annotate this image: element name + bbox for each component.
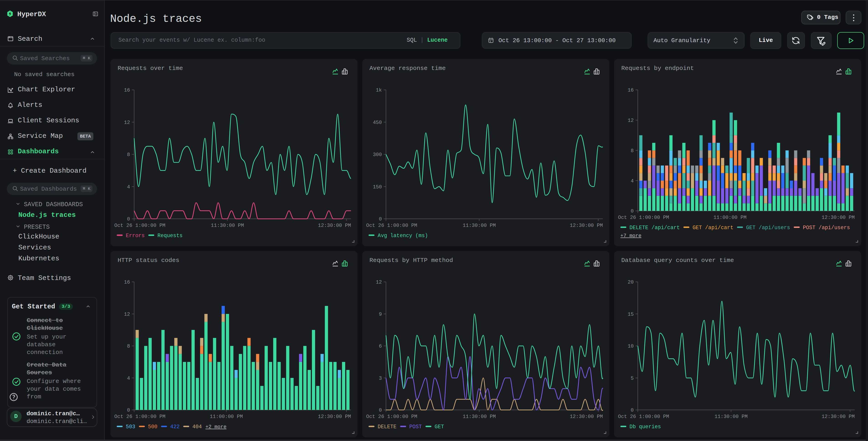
svg-text:6: 6 <box>379 344 382 349</box>
svg-text:500: 500 <box>148 424 157 430</box>
svg-text:404: 404 <box>192 424 202 430</box>
svg-text:Requests over time: Requests over time <box>118 65 183 72</box>
svg-text:10: 10 <box>628 344 634 349</box>
svg-text:+2 more: +2 more <box>206 424 226 430</box>
svg-text:11:30:00 PM: 11:30:00 PM <box>463 223 496 229</box>
svg-text:4: 4 <box>127 375 130 381</box>
svg-text:Avg latency (ms): Avg latency (ms) <box>378 233 428 239</box>
svg-text:Db queries: Db queries <box>629 424 661 430</box>
svg-text:150: 150 <box>373 184 382 190</box>
svg-text:POST /api/users: POST /api/users <box>803 225 850 231</box>
svg-text:15: 15 <box>628 312 634 317</box>
svg-text:Oct 26 1:00:00 PM: Oct 26 1:00:00 PM <box>618 414 669 419</box>
svg-text:0: 0 <box>631 408 634 413</box>
svg-text:0: 0 <box>379 216 382 222</box>
svg-text:12: 12 <box>124 120 130 125</box>
svg-text:503: 503 <box>126 424 135 430</box>
svg-text:Errors: Errors <box>126 233 145 239</box>
svg-text:8: 8 <box>631 148 634 154</box>
svg-text:Average response time: Average response time <box>369 65 445 72</box>
svg-text:GET /api/cart: GET /api/cart <box>692 225 733 231</box>
svg-text:422: 422 <box>170 424 179 430</box>
svg-text:12:30:00 PM: 12:30:00 PM <box>318 414 351 419</box>
svg-text:Oct 26 1:00:00 PM: Oct 26 1:00:00 PM <box>366 223 417 229</box>
svg-text:GET /api/users: GET /api/users <box>746 225 790 231</box>
svg-text:4: 4 <box>631 178 634 184</box>
svg-text:Requests by endpoint: Requests by endpoint <box>621 65 694 72</box>
svg-text:12: 12 <box>376 280 382 285</box>
svg-text:+7 more: +7 more <box>620 233 642 239</box>
svg-text:Requests: Requests <box>157 233 182 239</box>
svg-text:12:30:00 PM: 12:30:00 PM <box>318 223 351 229</box>
svg-text:16: 16 <box>124 280 130 285</box>
svg-text:11:30:00 PM: 11:30:00 PM <box>463 414 496 419</box>
svg-text:Requests by HTTP method: Requests by HTTP method <box>369 257 453 264</box>
svg-text:12:30:00 PM: 12:30:00 PM <box>822 215 855 220</box>
svg-text:Database query counts over tim: Database query counts over time <box>621 257 734 264</box>
svg-text:0: 0 <box>379 408 382 413</box>
svg-text:DELETE /api/cart: DELETE /api/cart <box>629 225 680 231</box>
svg-text:8: 8 <box>127 344 130 349</box>
svg-text:3: 3 <box>379 375 382 381</box>
svg-text:0: 0 <box>127 408 130 413</box>
svg-text:4: 4 <box>127 184 130 190</box>
svg-text:8: 8 <box>127 152 130 158</box>
svg-text:20: 20 <box>628 280 634 285</box>
svg-text:HTTP status codes: HTTP status codes <box>118 257 179 264</box>
svg-text:DELETE: DELETE <box>378 424 397 430</box>
svg-text:0: 0 <box>631 208 634 214</box>
svg-text:11:30:00 PM: 11:30:00 PM <box>715 414 748 419</box>
svg-text:12: 12 <box>628 118 634 123</box>
svg-text:12:30:00 PM: 12:30:00 PM <box>570 414 603 419</box>
svg-text:450: 450 <box>373 120 382 125</box>
svg-text:11:30:00 PM: 11:30:00 PM <box>211 223 244 229</box>
svg-text:11:00:00 PM: 11:00:00 PM <box>210 414 243 419</box>
svg-text:12:30:00 PM: 12:30:00 PM <box>822 414 855 419</box>
svg-text:9: 9 <box>379 312 382 317</box>
svg-text:12:30:00 PM: 12:30:00 PM <box>570 223 603 229</box>
svg-text:11:00:00 PM: 11:00:00 PM <box>713 215 746 220</box>
svg-text:Oct 26 1:00:00 PM: Oct 26 1:00:00 PM <box>618 215 669 220</box>
svg-text:POST: POST <box>409 424 422 430</box>
svg-text:16: 16 <box>124 87 130 93</box>
svg-text:0: 0 <box>127 216 130 222</box>
svg-text:GET: GET <box>435 424 444 430</box>
svg-text:5: 5 <box>631 375 634 381</box>
svg-text:16: 16 <box>628 87 634 93</box>
svg-text:12: 12 <box>124 312 130 317</box>
svg-text:Oct 26 1:00:00 PM: Oct 26 1:00:00 PM <box>114 414 165 419</box>
svg-text:Oct 26 1:00:00 PM: Oct 26 1:00:00 PM <box>114 223 165 229</box>
svg-text:1k: 1k <box>376 87 382 93</box>
svg-text:Oct 26 1:00:00 PM: Oct 26 1:00:00 PM <box>366 414 417 419</box>
svg-text:300: 300 <box>373 152 382 158</box>
